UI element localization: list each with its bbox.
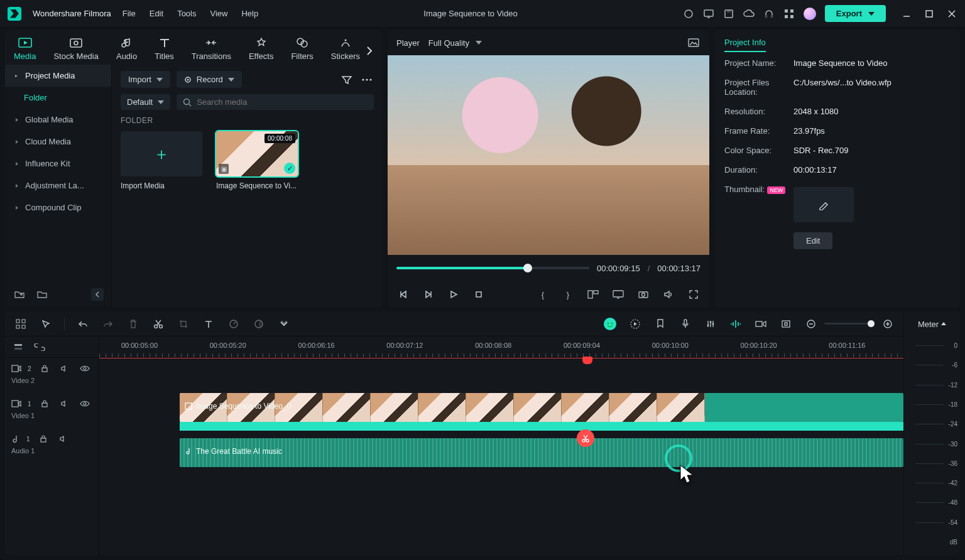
delete-icon[interactable] [126, 317, 140, 331]
sidebar-global-media[interactable]: Global Media [5, 109, 111, 131]
fit-zoom-icon[interactable] [779, 317, 793, 331]
audio-clip[interactable]: The Great Battle AI music [180, 438, 903, 467]
video-clip-audio-lane[interactable] [180, 422, 903, 431]
sidebar-compound-clip[interactable]: Compound Clip [5, 197, 111, 218]
save-icon[interactable] [723, 8, 734, 19]
track-header-audio1[interactable]: 1 Audio 1 [5, 428, 99, 458]
progress-slider[interactable] [396, 267, 589, 269]
play-icon[interactable] [447, 288, 461, 301]
mark-in-icon[interactable]: { [536, 288, 550, 301]
window-minimize-icon[interactable] [901, 8, 912, 19]
menu-tools[interactable]: Tools [177, 9, 196, 18]
visibility-icon[interactable] [78, 397, 92, 411]
lock-icon[interactable] [38, 362, 52, 375]
track-header-video2[interactable]: 2 Video 2 [5, 358, 99, 388]
import-media-tile[interactable]: ＋ [121, 131, 202, 176]
collapse-sidebar-icon[interactable] [91, 288, 104, 301]
sidebar-influence-kit[interactable]: Influence Kit [5, 153, 111, 175]
search-input[interactable] [177, 94, 374, 110]
zoom-in-icon[interactable] [881, 317, 895, 331]
adjust-timeline-icon[interactable] [754, 317, 768, 331]
prev-frame-icon[interactable] [396, 288, 410, 301]
tab-media[interactable]: Media [14, 36, 36, 65]
stop-icon[interactable] [472, 288, 486, 301]
tabs-scroll-right-icon[interactable] [363, 44, 376, 58]
zoom-slider[interactable] [824, 323, 875, 325]
sidebar-folder[interactable]: Folder [5, 87, 111, 109]
headphones-icon[interactable] [763, 8, 775, 19]
import-button[interactable]: Import [121, 71, 170, 88]
open-folder-icon[interactable] [35, 288, 49, 301]
cloud-icon[interactable] [743, 8, 755, 19]
mute-icon[interactable] [58, 362, 72, 375]
visibility-icon[interactable] [78, 362, 92, 375]
zoom-out-icon[interactable] [804, 317, 818, 331]
video-clip[interactable]: Image Sequence to Video_0 [180, 393, 903, 422]
monitor-icon[interactable] [703, 8, 714, 19]
arrange-icon[interactable] [14, 317, 28, 331]
new-folder-icon[interactable] [13, 288, 26, 301]
render-preview-icon[interactable] [628, 317, 642, 331]
volume-icon[interactable] [662, 288, 675, 301]
thumbnail-edit-box[interactable] [793, 187, 854, 222]
redo-icon[interactable] [101, 317, 115, 331]
tab-stock-media[interactable]: Stock Media [53, 36, 99, 65]
layout-icon[interactable] [586, 288, 600, 301]
mixer-icon[interactable] [704, 317, 717, 331]
sidebar-project-media[interactable]: Project Media [5, 65, 111, 87]
project-info-tab[interactable]: Project Info [724, 38, 766, 52]
tab-transitions[interactable]: Transitions [192, 36, 231, 65]
select-tool-icon[interactable] [39, 317, 53, 331]
speed-icon[interactable] [227, 317, 241, 331]
camera-icon[interactable] [636, 288, 650, 301]
window-close-icon[interactable] [946, 8, 957, 19]
record-button[interactable]: Record [177, 71, 242, 88]
voiceover-icon[interactable] [679, 317, 692, 331]
marker-icon[interactable] [653, 317, 667, 331]
split-tool-icon[interactable] [151, 317, 165, 331]
meter-header[interactable]: Meter [904, 311, 960, 337]
tab-titles[interactable]: Titles [155, 36, 174, 65]
more-icon[interactable] [360, 73, 374, 87]
filter-icon[interactable] [340, 73, 354, 87]
ai-tools-icon[interactable] [603, 317, 617, 331]
menu-view[interactable]: View [210, 9, 227, 18]
video-preview[interactable] [388, 55, 709, 255]
more-tools-icon[interactable] [277, 317, 291, 331]
mark-out-icon[interactable]: } [561, 288, 575, 301]
track-header-video1[interactable]: 1 Video 1 [5, 388, 99, 428]
color-icon[interactable] [252, 317, 266, 331]
crop-icon[interactable] [177, 317, 190, 331]
menu-edit[interactable]: Edit [150, 9, 163, 18]
next-frame-icon[interactable] [422, 288, 435, 301]
tab-effects[interactable]: Effects [249, 36, 274, 65]
fullscreen-icon[interactable] [687, 288, 701, 301]
mute-icon[interactable] [57, 432, 70, 446]
split-at-playhead-icon[interactable] [577, 429, 594, 447]
mute-icon[interactable] [58, 397, 72, 411]
window-maximize-icon[interactable] [924, 8, 935, 19]
tab-filters[interactable]: Filters [291, 36, 313, 65]
media-clip-tile[interactable]: 00:00:08 ▣ ✓ [216, 131, 298, 176]
user-avatar[interactable] [804, 8, 816, 20]
menu-file[interactable]: File [123, 9, 136, 18]
lock-icon[interactable] [38, 397, 52, 411]
timeline-ruler[interactable]: 00:00:05:00 00:00:05:20 00:00:06:16 00:0… [99, 337, 903, 358]
tab-audio[interactable]: Audio [116, 36, 137, 65]
tab-stickers[interactable]: Stickers [331, 36, 360, 65]
record-icon[interactable] [683, 8, 694, 19]
sort-button[interactable]: Default [121, 94, 170, 110]
sidebar-cloud-media[interactable]: Cloud Media [5, 131, 111, 153]
apps-icon[interactable] [783, 8, 795, 19]
link-icon[interactable] [33, 340, 46, 354]
sidebar-adjustment-layer[interactable]: Adjustment La... [5, 175, 111, 197]
player-quality-select[interactable]: Full Quality [428, 38, 482, 48]
display-icon[interactable] [611, 288, 625, 301]
undo-icon[interactable] [76, 317, 90, 331]
track-manage-icon[interactable] [11, 340, 25, 354]
search-field[interactable] [197, 97, 368, 107]
snapshot-frame-icon[interactable] [687, 36, 701, 50]
auto-ripple-icon[interactable] [729, 317, 743, 331]
export-button[interactable]: Export [825, 5, 886, 22]
edit-button[interactable]: Edit [793, 232, 832, 249]
